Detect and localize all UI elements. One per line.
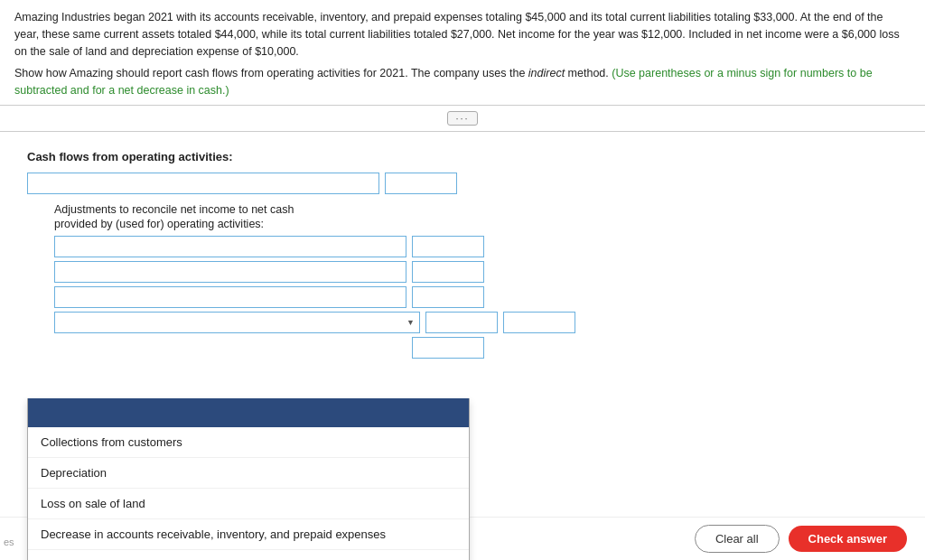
adj-row-2 [54,261,898,283]
adj-input-3[interactable] [54,286,406,308]
dropdown-item-2[interactable]: Loss on sale of land [28,489,469,519]
dropdown-item-1[interactable]: Depreciation [28,458,469,489]
net-income-amount[interactable] [385,173,457,194]
instruction-plain: Show how Amazing should report cash flow… [14,67,528,79]
check-answer-button[interactable]: Check answer [789,526,907,552]
select-row [54,312,898,333]
adj-amount-2[interactable] [412,261,484,283]
collapse-bar: ··· [0,106,925,132]
problem-instruction: Show how Amazing should report cash flow… [14,65,911,99]
extra-row [54,337,898,359]
instruction-italic: indirect [528,67,565,79]
adj-label-line1: Adjustments to reconcile net income to n… [54,203,898,216]
problem-paragraph: Amazing Industries began 2021 with its a… [14,9,911,60]
adj-input-2[interactable] [54,261,406,283]
collapse-button[interactable]: ··· [447,111,477,126]
dropdown-open: Collections from customers Depreciation … [27,398,470,560]
adj-row-3 [54,286,898,308]
adj-amount-3[interactable] [412,286,484,308]
section-label: Cash flows from operating activities: [27,150,898,163]
problem-text: Amazing Industries began 2021 with its a… [0,0,925,106]
first-input-row [27,173,898,194]
select-amount-1[interactable] [425,312,498,333]
select-wrapper [54,312,420,333]
dropdown-item-4[interactable]: Decrease in current liabilities [28,550,469,560]
adj-label-line2: provided by (used for) operating activit… [54,218,898,230]
left-edge-text: es [4,537,14,547]
adj-amount-1[interactable] [412,236,484,257]
adj-row-1 [54,236,898,257]
net-income-input[interactable] [27,173,379,194]
dropdown-header [28,398,469,427]
extra-amount[interactable] [412,337,484,359]
adj-input-1[interactable] [54,236,406,257]
clear-all-button[interactable]: Clear all [695,525,780,553]
dropdown-item-3[interactable]: Decrease in accounts receivable, invento… [28,519,469,550]
select-amount-2[interactable] [503,312,575,333]
instruction-plain2: method. [565,67,612,79]
dropdown-item-0[interactable]: Collections from customers [28,427,469,458]
main-content: Cash flows from operating activities: Ad… [0,132,925,416]
dropdown-select[interactable] [54,312,420,333]
